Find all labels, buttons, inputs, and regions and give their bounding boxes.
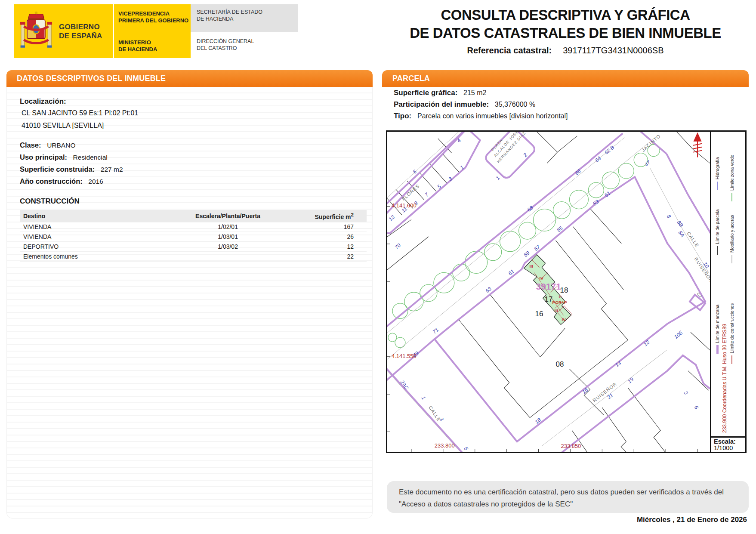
ministry-line1: MINISTERIO [118, 39, 191, 46]
legend-label: Mobiliario y aceras [729, 215, 734, 253]
legend-item: Hidrografía [715, 157, 720, 190]
scale-box: Escala: 1/1000 [711, 436, 745, 452]
participacion-label: Participación del inmueble: [394, 100, 489, 108]
construction-cell-superficie: 22 [280, 251, 367, 261]
map-label: 18 [560, 286, 568, 294]
title-line2: DE DATOS CATASTRALES DE BIEN INMUEBLE [382, 24, 749, 42]
superficie-value: 227 m2 [101, 166, 123, 173]
map-label: 39171 [536, 281, 562, 291]
legend-label: Hidrografía [715, 157, 720, 179]
government-logo: GOBIERNO DE ESPAÑA VICEPRESIDENCIA PRIME… [14, 4, 298, 58]
map-label: 16 [581, 387, 589, 395]
map-label: 08 [555, 360, 564, 368]
uso-label: Uso principal: [20, 153, 67, 161]
legend-label: Límite de construcciones [729, 303, 734, 353]
cadastral-reference: Referencia catastral: 3917117TG3431N0006… [382, 46, 749, 56]
map-label: 233.800 [435, 442, 455, 449]
legend-line-symbol [717, 246, 718, 255]
tipo-label: Tipo: [394, 112, 411, 120]
map-label: JACINTO [640, 133, 661, 153]
document-title: CONSULTA DESCRIPTIVA Y GRÁFICA DE DATOS … [382, 6, 749, 56]
ano-value: 2016 [88, 178, 103, 185]
section-header-datos-descriptivos: DATOS DESCRIPTIVOS DEL INMUEBLE [6, 70, 373, 87]
map-label: P [559, 294, 562, 299]
map-label: RUISEÑOR [592, 381, 618, 403]
map-label: 16 [535, 310, 543, 318]
map-label: 62 B [603, 144, 615, 155]
map-label: 6 [412, 168, 418, 175]
map-label: 14 [614, 360, 623, 368]
col-escalera-planta-puerta: Escalera/Planta/Puerta [176, 210, 280, 222]
map-label: CALLE [686, 231, 700, 248]
col-escalera-text: Escalera/Planta/Puerta [195, 213, 260, 219]
map-label: 13 [388, 214, 396, 222]
direccion-line1: DIRECCIÓN GENERAL [197, 38, 298, 45]
map-svg: FLORESPLAZAALCALDE JOSEHERNANDEZ DIAZJAC… [387, 132, 710, 452]
legend-item: Límite zona verde [729, 155, 734, 201]
secretaria-box: SECRETARÍA DE ESTADO DE HACIENDA [191, 4, 298, 32]
gov-line1: GOBIERNO [59, 22, 102, 31]
legend-line-symbol [731, 193, 732, 201]
construction-table: Destino Escalera/Planta/Puerta Superfici… [20, 210, 367, 262]
map-label: 1 [494, 175, 501, 181]
map-label: 4 [456, 137, 462, 144]
scale-value: 1/1000 [714, 445, 745, 451]
field-superficie-grafica: Superficie gráfica: 215 m2 [394, 89, 738, 97]
secretaria-line2: DE HACIENDA [197, 15, 298, 22]
clase-value: URBANO [47, 142, 75, 149]
participacion-value: 35,376000 % [495, 101, 535, 108]
direccion-line2: DEL CATASTRO [197, 45, 298, 52]
map-label: III [554, 308, 558, 313]
construction-cell-escalera: 1/03/02 [176, 241, 280, 251]
direccion-box: DIRECCIÓN GENERAL DEL CATASTRO [191, 32, 298, 52]
map-label: 233.850 [561, 443, 581, 449]
gov-name: GOBIERNO DE ESPAÑA [59, 22, 102, 40]
legend-item: Límite de construcciones [729, 303, 734, 364]
parcela-fields: Superficie gráfica: 215 m2 Participación… [394, 89, 738, 123]
clase-label: Clase: [20, 141, 41, 149]
ano-label: Año construcción: [20, 177, 83, 185]
map-label: POR+P [552, 300, 567, 305]
tipo-value: Parcela con varios inmuebles [division h… [417, 112, 568, 120]
map-label: IV [540, 276, 544, 281]
construction-header-row: Destino Escalera/Planta/Puerta Superfici… [20, 210, 367, 222]
field-uso-principal: Uso principal: Residencial [20, 153, 364, 161]
legend-line-symbol [716, 345, 719, 354]
col-superficie-text: Superficie m [315, 213, 351, 220]
map-drawing-area: FLORESPLAZAALCALDE JOSEHERNANDEZ DIAZJAC… [387, 132, 710, 452]
legend-line-symbol [731, 255, 732, 263]
construction-cell-superficie: 12 [280, 241, 367, 251]
legend-item: Mobiliario y aceras [729, 215, 734, 263]
construction-cell-destino: Elementos comunes [20, 251, 176, 261]
address-line1: CL SAN JACINTO 59 Es:1 Pl:02 Pt:01 [22, 109, 364, 117]
field-participacion: Participación del inmueble: 35,376000 % [394, 100, 738, 109]
map-label: 10E [673, 329, 684, 340]
logo-divider [113, 4, 114, 58]
reference-value: 3917117TG3431N0006SB [563, 46, 663, 56]
map-label: III [530, 264, 534, 269]
map-label: 8B [676, 219, 685, 228]
legend-line-symbol [731, 355, 732, 364]
legend-item: Límite de parcela [715, 209, 720, 255]
construction-row: VIVIENDA1/03/0126 [20, 232, 367, 241]
map-label: 1 [420, 395, 426, 401]
construction-cell-destino: VIVIENDA [20, 232, 176, 241]
section-header-parcela: PARCELA [382, 70, 749, 87]
uso-value: Residencial [73, 154, 108, 161]
map-label: 59 [522, 250, 531, 258]
map-legend: HidrografíaLímite zona verdeLímite de pa… [710, 132, 745, 452]
map-label: 47 [643, 159, 652, 167]
cadastral-map: FLORESPLAZAALCALDE JOSEHERNANDEZ DIAZJAC… [386, 130, 747, 453]
superficie-grafica-value: 215 m2 [463, 89, 486, 96]
construction-tbody: VIVIENDA1/02/01167VIVIENDA1/03/0126DEPOR… [20, 222, 367, 262]
department-column: SECRETARÍA DE ESTADO DE HACIENDA DIRECCI… [191, 4, 298, 58]
map-label: 8A [677, 230, 686, 238]
title-line1: CONSULTA DESCRIPTIVA Y GRÁFICA [382, 6, 749, 24]
cadastral-document-page: GOBIERNO DE ESPAÑA VICEPRESIDENCIA PRIME… [0, 0, 756, 534]
disclaimer-box: Este documento no es una certificación c… [387, 481, 749, 513]
map-label: 19 [626, 376, 635, 384]
map-label: 6 [693, 404, 700, 411]
construction-cell-escalera: 1/03/01 [176, 232, 280, 241]
map-label: IV [562, 317, 566, 322]
map-label: 71 [432, 327, 440, 335]
